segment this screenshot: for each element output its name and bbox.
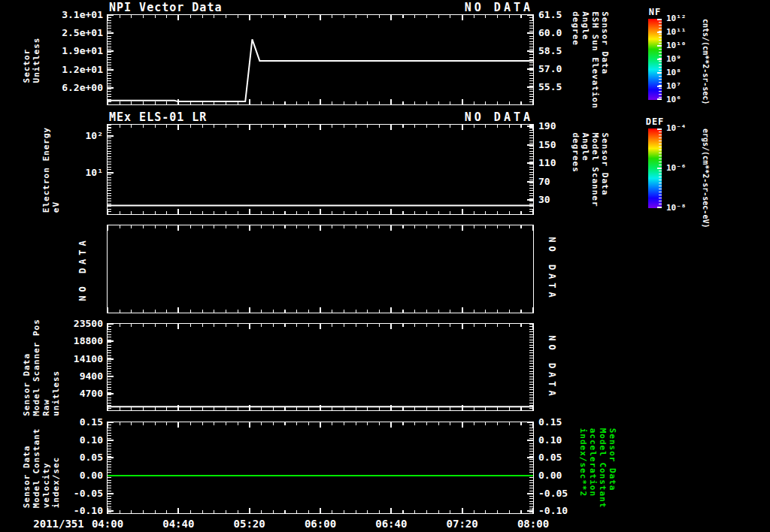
x-major-tick [107,307,108,313]
x-major-tick [249,307,250,313]
npi-sector-trace [108,39,533,101]
colorbar-def: DEF10⁻⁴10⁻⁶10⁻⁸ergs/(cm**2-sr-sec-eV) [648,128,662,208]
colorbar-major-tick [657,207,662,208]
colorbar-major-tick [657,32,662,33]
time-tick-label: 07:20 [432,518,493,530]
right-axis-title: NO DATA [547,335,556,400]
y-tick-label-left: 0.15 [80,416,103,428]
colorbar-major-tick [657,168,662,169]
colorbar-major-tick [657,72,662,74]
x-major-tick [390,225,392,231]
x-major-tick [532,307,534,313]
x-major-tick [462,307,463,313]
left-axis-title: NO DATA [78,237,88,301]
colorbar-tick-label: 10⁶ [666,95,681,104]
data-plot-area [108,324,533,410]
y-tick-label-right: 0.10 [538,434,562,446]
y-tick-label-right: 0.05 [538,452,562,463]
y-tick-label-left: 1.2e+01 [62,64,103,75]
time-tick-label: 08:00 [503,518,563,530]
right-axis-title: Sensor Data Model Scanner Angle degrees [571,132,610,207]
colorbar-major-tick [657,59,662,60]
y-tick-label-right: 0.00 [538,470,562,481]
panel-title: MEx ELS-01 LR [109,110,207,124]
time-tick-label: 05:20 [220,518,280,530]
y-tick-label-left: 14100 [74,353,103,364]
y-tick-label-left: 9400 [80,370,103,382]
y-tick-label-left: 23500 [74,318,103,329]
x-major-tick [390,307,392,313]
colorbar-tick-label: 10⁷ [666,81,681,91]
y-tick-label-left: 0.05 [80,452,103,463]
y-tick-label-left: 10¹ [86,167,103,178]
colorbar-title: DEF [646,116,665,127]
colorbar-title: NF [649,7,661,17]
colorbar-tick-label: 10⁻⁶ [666,163,687,173]
x-major-tick [320,307,321,313]
colorbar-nf: NF10¹²10¹¹10¹⁰10⁹10⁸10⁷10⁶cnts/(cm**2-sr… [648,19,662,100]
x-major-tick [107,225,108,231]
y-tick-label-left: 6.2e+00 [62,82,103,93]
data-plot-area [108,15,533,104]
no-data-status-label: NO DATA [465,110,533,124]
colorbar-major-tick [657,45,662,47]
left-axis-title: Electron Energy eV [41,126,61,212]
colorbar-tick-label: 10¹² [666,14,687,23]
y-tick-label-left: -0.05 [74,488,103,499]
left-axis-title: Sensor Data Model Constant velocity inde… [22,428,61,508]
panel-title: NPI Vector Data [109,1,222,14]
colorbar-major-tick [657,86,662,87]
y-tick-label-right: 70 [538,176,550,187]
panel-no-data: NO DATANO DATA [107,225,534,313]
y-tick-label-right: 0.15 [538,416,562,428]
y-tick-label-left: 10² [86,130,103,141]
time-tick-label: 04:40 [148,518,208,530]
y-tick-label-right: 57.0 [538,63,562,74]
y-tick-label-right: 110 [538,157,556,168]
x-major-tick [177,225,179,231]
x-major-tick [177,307,179,313]
y-tick-label-right: 61.5 [538,9,562,20]
colorbar-tick-label: 10⁻⁸ [666,203,687,213]
x-major-tick [462,225,463,231]
y-tick-label-right: -0.10 [538,505,568,516]
left-axis-title: Sensor Data Model Scanner Pos Raw unitle… [22,319,61,416]
right-axis-title: Sensor Data Model Constant acceleration … [578,428,617,508]
y-tick-label-left: 1.9e+01 [62,45,103,56]
time-tick-label: 06:40 [361,518,421,530]
science-telemetry-figure: 3.1e+012.5e+011.9e+011.2e+016.2e+0061.56… [0,0,770,532]
date-label: 2011/351 [25,518,92,530]
y-tick-label-right: 58.5 [538,45,562,56]
y-tick-label-right: 150 [538,139,556,150]
y-tick-label-left: 3.1e+01 [62,9,103,20]
colorbar-major-tick [657,128,662,130]
time-tick-label: 06:00 [290,518,350,530]
y-tick-label-left: 0.10 [80,434,103,446]
y-tick-label-right: -0.05 [538,488,568,499]
y-tick-label-left: -0.10 [74,505,103,516]
panel-npi-vector-data: 3.1e+012.5e+011.9e+011.2e+016.2e+0061.56… [107,14,534,105]
colorbar-tick-label: 10⁻⁴ [666,123,687,133]
data-plot-area [108,125,533,214]
panel-scanner-pos-raw: 23500188001410094004700Sensor Data Model… [107,323,534,411]
right-axis-title: NO DATA [547,237,556,301]
x-major-tick [249,225,250,231]
colorbar-major-tick [657,19,662,20]
panel-model-constant-velocity: 0.150.100.050.00-0.05-0.100.150.100.050.… [107,422,534,514]
colorbar-tick-label: 10⁸ [666,68,681,77]
x-major-tick [532,225,534,231]
y-tick-label-right: 190 [538,120,556,131]
x-major-tick [320,225,321,231]
panel-mex-els-01-lr: 10²10¹1901501107030MEx ELS-01 LRNO DATAE… [107,124,534,215]
colorbar-tick-label: 10¹⁰ [666,41,687,50]
y-tick-label-left: 4700 [80,388,103,399]
y-tick-label-right: 30 [538,194,550,205]
y-tick-label-right: 55.5 [538,81,562,92]
right-axis-title: Sensor Data ESH Sun Elevation Angle degr… [571,11,610,109]
left-axis-title: Sector Unitless [22,37,41,83]
y-tick-label-right: 60.0 [538,27,562,38]
colorbar-tick-label: 10¹¹ [666,27,687,37]
colorbar-major-tick [657,98,662,100]
no-data-status-label: NO DATA [465,1,533,14]
y-tick-label-left: 0.00 [80,470,103,481]
